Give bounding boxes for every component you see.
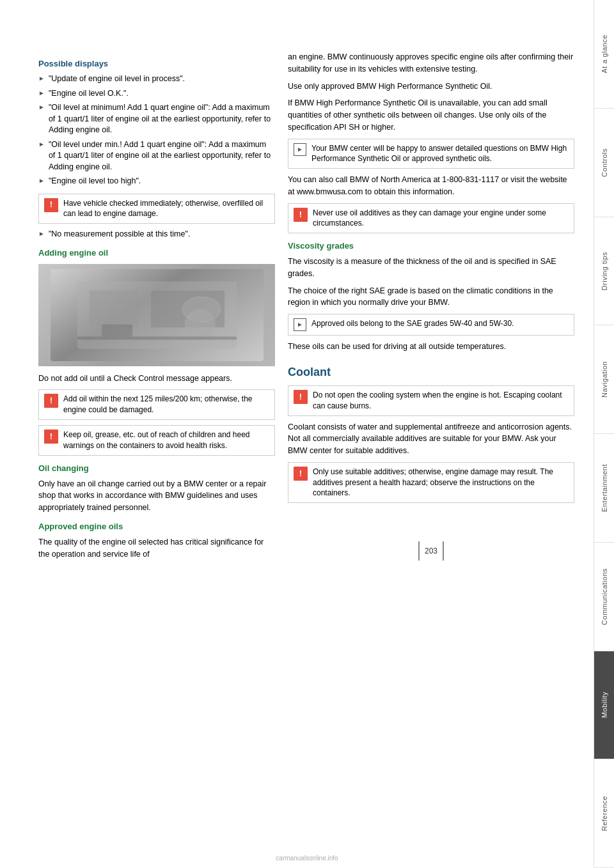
note-icon-2: ► [294,318,306,331]
warning-icon-5: ! [294,390,308,404]
intro-text: an engine. BMW continuously approves spe… [288,51,574,75]
bullet-arrow-icon: ► [38,89,45,98]
sidebar-item-communications[interactable]: Communications [594,543,614,651]
warning-box-2: ! Add oil within the next 125 miles/200 … [38,389,275,420]
sidebar-item-at-a-glance[interactable]: At a glance [594,0,614,109]
warning-box-4: ! Never use oil additives as they can da… [288,203,574,234]
coolant-text-1: Coolant consists of water and supplement… [288,421,574,457]
left-column: Possible displays ► "Update of engine oi… [38,51,275,842]
note-box-1: ► Your BMW center will be happy to answe… [288,139,574,169]
bullet-list-2: ► "No measurement possible at this time"… [38,229,275,240]
viscosity-text-1: The viscosity is a measure of the thickn… [288,256,574,280]
right-column: an engine. BMW continuously approves spe… [288,51,574,842]
bullet-arrow-icon: ► [38,103,45,112]
warning-box-6: ! Only use suitable additives; otherwise… [288,462,574,503]
unavailable-text: If BMW High Performance Synthetic Oil is… [288,97,574,133]
adding-oil-caption: Do not add oil until a Check Control mes… [38,373,275,385]
svg-rect-5 [77,336,237,339]
sidebar-item-mobility[interactable]: Mobility [594,651,614,760]
note-box-2: ► Approved oils belong to the SAE grades… [288,314,574,336]
warning-box-3: ! Keep oil, grease, etc. out of reach of… [38,425,275,456]
approved-oils-heading: Approved engine oils [38,522,275,531]
page-divider-2 [443,541,444,561]
svg-point-3 [184,309,215,339]
warning-icon-3: ! [44,430,58,444]
warning-box-5: ! Do not open the cooling system when th… [288,385,574,416]
oil-changing-heading: Oil changing [38,463,275,473]
list-item: ► "Engine oil level too high". [38,176,275,187]
engine-image-inner [51,269,264,361]
list-item: ► "Oil level at minimum! Add 1 quart eng… [38,102,275,136]
oil-changing-text: Only have an oil change carried out by a… [38,478,275,514]
bullet-arrow-icon: ► [38,140,45,149]
page-footer: 203 [288,541,574,561]
svg-rect-1 [89,290,138,327]
call-text: You can also call BMW of North America a… [288,174,574,198]
viscosity-heading: Viscosity grades [288,241,574,251]
bullet-arrow-icon: ► [38,176,45,185]
bullet-arrow-icon: ► [38,229,45,238]
sidebar-item-controls[interactable]: Controls [594,109,614,217]
bullet-arrow-icon: ► [38,74,45,83]
page-number: 203 [425,546,437,555]
list-item: ► "Engine oil level O.K.". [38,88,275,100]
note-icon-1: ► [294,143,306,156]
sidebar-item-driving-tips[interactable]: Driving tips [594,217,614,326]
engine-svg [51,269,264,361]
adding-oil-heading: Adding engine oil [38,248,275,258]
sidebar-item-entertainment[interactable]: Entertainment [594,434,614,543]
sidebar: At a glance Controls Driving tips Naviga… [594,0,614,868]
coolant-heading: Coolant [288,366,574,379]
list-item: ► "Oil level under min.! Add 1 quart eng… [38,139,275,173]
engine-image [38,264,275,366]
possible-displays-heading: Possible displays [38,59,275,68]
watermark: carmanualsonline.info [276,855,338,862]
warning-icon-6: ! [294,467,308,481]
warning-icon-2: ! [44,394,58,408]
svg-rect-4 [102,324,132,336]
warning-icon-1: ! [44,198,58,212]
list-item: ► "Update of engine oil level in process… [38,74,275,85]
warning-icon-4: ! [294,208,308,222]
sidebar-item-reference[interactable]: Reference [594,759,614,868]
viscosity-text-2: The choice of the right SAE grade is bas… [288,285,574,309]
temp-text: These oils can be used for driving at al… [288,341,574,353]
use-only-text: Use only approved BMW High Performance S… [288,81,574,93]
page-divider [418,541,420,561]
warning-box-1: ! Have vehicle checked immediately; othe… [38,194,275,224]
bullet-list: ► "Update of engine oil level in process… [38,74,275,187]
sidebar-item-navigation[interactable]: Navigation [594,325,614,434]
approved-oils-text: The quality of the engine oil selected h… [38,536,275,561]
list-item: ► "No measurement possible at this time"… [38,229,275,240]
